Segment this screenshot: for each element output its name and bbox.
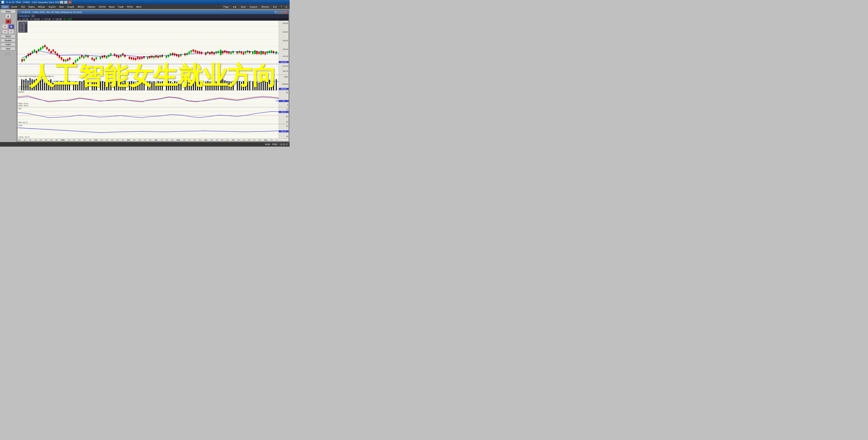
studies-btn[interactable]: Studies <box>1 39 16 42</box>
intd-btn[interactable]: <IntD> <box>1 43 16 46</box>
menu-ts[interactable]: T&S <box>19 5 26 9</box>
menu-snapq[interactable]: SnapQ <box>66 5 75 9</box>
list-btn[interactable]: <list> <box>1 47 16 51</box>
svg-rect-197 <box>232 51 234 53</box>
svg-rect-247 <box>38 82 39 90</box>
sidebar-cross-red[interactable]: ✕ <box>2 24 8 29</box>
svg-rect-284 <box>122 83 123 90</box>
menu-news[interactable]: News <box>107 5 116 9</box>
chart-window-controls: 🔍 − □ ✕ <box>275 11 287 13</box>
close-label: C= 121.05 <box>52 18 62 21</box>
svg-rect-340 <box>252 82 253 90</box>
month-jul: Jul <box>232 139 234 141</box>
month-jun: Jun <box>205 139 207 141</box>
svg-rect-306 <box>174 81 175 90</box>
support-btn[interactable]: Support <box>248 5 259 9</box>
menu-mscan[interactable]: MScan <box>36 5 46 9</box>
svg-rect-217 <box>256 51 257 54</box>
nav-btn[interactable]: ◄► <box>231 5 239 9</box>
rsi-chart-svg <box>18 107 279 124</box>
rescl-btn[interactable]: ReScl <box>1 35 16 38</box>
time-label-24: 01 <box>166 139 168 141</box>
svg-rect-203 <box>241 52 242 54</box>
chart-min-btn[interactable]: − <box>278 11 281 13</box>
window-btn[interactable]: Window <box>260 5 271 9</box>
ohlc-info: O= 117.45 H= 121.60 L= 117.45 C= 121.05 … <box>18 18 288 21</box>
svg-rect-343 <box>259 83 260 90</box>
svg-rect-215 <box>254 51 255 54</box>
svg-rect-290 <box>137 82 138 90</box>
svg-rect-91 <box>110 54 112 55</box>
svg-rect-233 <box>273 51 274 53</box>
sidebar-cross-red3[interactable]: ✕ <box>8 30 14 34</box>
svg-rect-205 <box>243 52 244 54</box>
month-mar: Mar <box>127 139 130 141</box>
svg-rect-41 <box>53 50 54 51</box>
svg-rect-37 <box>49 49 50 51</box>
svg-rect-267 <box>81 82 82 90</box>
svg-rect-59 <box>73 63 74 65</box>
menu-status[interactable]: Status <box>27 5 36 9</box>
svg-rect-81 <box>100 57 101 59</box>
price-panel[interactable]: 3 Aug 20 117.45 121.60 117.45 121.05 <box>18 21 288 75</box>
svg-rect-309 <box>181 82 182 90</box>
exit-btn[interactable]: Exit <box>272 5 278 9</box>
chart-search-btn[interactable]: 🔍 <box>275 11 277 13</box>
minimize-btn[interactable]: − <box>60 1 63 4</box>
page-btn[interactable]: Page <box>222 5 230 9</box>
svg-rect-303 <box>168 81 169 90</box>
menu-trade[interactable]: Trade <box>116 5 125 9</box>
svg-rect-246 <box>36 79 37 90</box>
svg-rect-207 <box>245 52 246 54</box>
sidebar-cross-red2[interactable]: ✕ <box>2 30 8 34</box>
svg-rect-167 <box>199 52 200 54</box>
svg-rect-79 <box>96 57 97 59</box>
record-icon[interactable]: ⏺ <box>5 19 11 24</box>
menu-options[interactable]: Options <box>86 5 97 9</box>
svg-rect-260 <box>65 81 66 90</box>
symbol-dropdown-btn[interactable]: ▼ <box>31 14 35 18</box>
menu-supsrv[interactable]: SupSrv <box>47 5 57 9</box>
menu-chart[interactable]: Chart <box>1 5 9 9</box>
svg-rect-292 <box>142 82 143 90</box>
menu-alert[interactable]: Alert <box>58 5 65 9</box>
menu-more[interactable]: More <box>135 5 143 9</box>
svg-rect-281 <box>116 81 117 90</box>
time-label-31: 15 <box>216 139 218 141</box>
stoch-panel[interactable]: SStoch SSK= 37.01 SSD= 35.21 <box>18 91 288 107</box>
rsi-panel[interactable]: RSi RSi= 65.71 <box>18 107 288 124</box>
hvol-panel[interactable]: HVol HVOL= 35.71 50 35.71 <box>18 124 288 138</box>
svg-rect-63 <box>77 59 78 61</box>
svg-rect-23 <box>34 50 35 52</box>
svg-rect-201 <box>239 51 240 53</box>
stoch-0: 0 <box>287 104 288 106</box>
help-icon[interactable]: ? <box>279 5 283 9</box>
save-btn[interactable]: Save <box>239 5 247 9</box>
chart-titlebar: 📌 KCEZ20 - Coffee (ICE), Dec 20, Daily (… <box>18 10 288 14</box>
svg-rect-43 <box>55 52 56 54</box>
rsi-current: 65.71 <box>279 111 288 113</box>
menu-ordtkt[interactable]: OrdTkt <box>97 5 107 9</box>
svg-rect-147 <box>176 54 177 56</box>
vol-right-axis: 3000 200000 36378 <box>279 75 288 90</box>
sidebar-grid-1[interactable]: ▦ <box>8 24 14 29</box>
volume-panel[interactable]: Commodity Exchange Vol & Commodity OI Vo… <box>18 75 288 91</box>
crosshair-date: 3 Aug 20 <box>19 22 27 24</box>
maximize-btn[interactable]: □ <box>64 1 67 4</box>
menu-allcon[interactable]: AllCon <box>76 5 86 9</box>
close-btn[interactable]: ✕ <box>68 1 71 4</box>
menu-quote[interactable]: Quote <box>10 5 19 9</box>
svg-rect-163 <box>195 50 196 52</box>
chart-close-btn[interactable]: ✕ <box>284 11 287 13</box>
svg-rect-179 <box>214 52 215 54</box>
setup-btn[interactable]: Setup <box>1 10 16 13</box>
hvol-right-axis: 50 35.71 25 <box>279 124 288 138</box>
restore-icon[interactable]: ⊡ <box>284 5 289 9</box>
svg-rect-33 <box>44 45 45 47</box>
chart-max-btn[interactable]: □ <box>281 11 284 13</box>
menu-rfqs[interactable]: RFQs <box>125 5 134 9</box>
hvol-value: HVOL= 35.71 <box>18 136 30 138</box>
svg-rect-191 <box>226 51 227 53</box>
svg-rect-262 <box>69 81 70 90</box>
print-icon[interactable]: 🖨 <box>5 14 11 19</box>
